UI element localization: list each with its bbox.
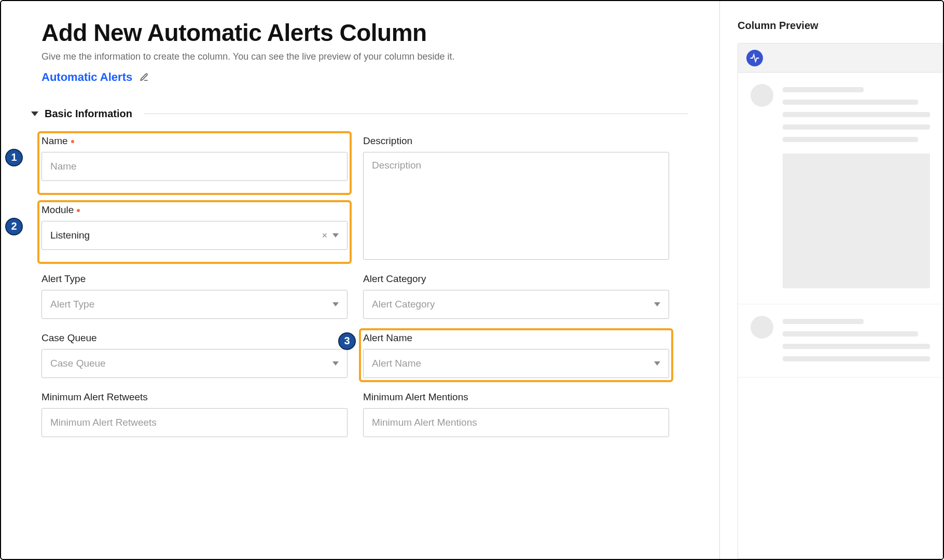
skeleton-line [783,137,918,142]
min-retweets-input[interactable] [41,408,348,437]
alert-name-placeholder: Alert Name [372,358,421,369]
section-header[interactable]: Basic Information [41,108,688,120]
alert-category-select[interactable]: Alert Category [363,290,669,319]
skeleton-avatar [751,316,773,339]
case-queue-placeholder: Case Queue [50,358,106,369]
skeleton-line [783,356,930,361]
preview-title: Column Preview [738,20,943,32]
field-min-retweets: Minimum Alert Retweets [41,391,348,437]
description-label: Description [363,135,669,147]
step-badge-3: 3 [338,332,356,350]
min-mentions-input[interactable] [363,408,669,437]
case-queue-label: Case Queue [41,332,348,344]
description-input[interactable] [363,152,669,260]
alert-type-placeholder: Alert Type [50,299,94,310]
name-label: Name [41,135,348,147]
chevron-down-icon [332,233,339,237]
section-divider [144,114,688,114]
skeleton-line [783,319,864,324]
field-alert-type: Alert Type Alert Type [41,273,348,319]
case-queue-select[interactable]: Case Queue [41,349,348,378]
step-badge-1: 1 [5,149,23,166]
required-dot-icon [77,209,80,212]
alert-type-label: Alert Type [41,273,348,285]
page-root: Add New Automatic Alerts Column Give me … [0,0,944,560]
alert-name-select[interactable]: Alert Name [363,349,669,378]
chevron-down-icon [31,111,38,116]
section-title: Basic Information [45,108,132,120]
breadcrumb-link[interactable]: Automatic Alerts [41,71,132,84]
alert-activity-icon [746,50,763,66]
breadcrumb-row: Automatic Alerts [41,71,688,84]
preview-header [738,44,942,73]
module-value: Listening [50,230,90,241]
module-label: Module [41,204,348,216]
field-name: 1 Name [38,132,351,194]
skeleton-line [783,124,930,130]
name-input[interactable] [41,152,348,181]
field-module: 2 Module Listening × [38,201,351,263]
skeleton-avatar [751,84,773,107]
skeleton-line [783,331,918,337]
alert-type-select[interactable]: Alert Type [41,290,348,319]
main-panel: Add New Automatic Alerts Column Give me … [1,1,720,559]
skeleton-line [783,344,930,349]
field-alert-name: 3 Alert Name Alert Name [360,329,672,381]
clear-icon[interactable]: × [322,231,327,240]
edit-icon[interactable] [140,73,149,82]
chevron-down-icon [332,361,339,366]
alert-category-placeholder: Alert Category [372,299,435,310]
field-alert-category: Alert Category Alert Category [363,273,669,319]
field-case-queue: Case Queue Case Queue [41,332,348,378]
field-description: Description [363,135,669,260]
page-subtitle: Give me the information to create the co… [41,51,688,62]
skeleton-image-placeholder [783,153,930,288]
min-retweets-label: Minimum Alert Retweets [41,391,348,403]
preview-skeleton-item [738,73,942,304]
form-grid: 1 Name Description 2 Module Listening × [41,135,688,451]
chevron-down-icon [654,302,660,306]
preview-card [738,43,943,559]
skeleton-line [783,87,864,92]
skeleton-line [783,112,930,117]
preview-panel: Column Preview [720,1,943,559]
skeleton-line [783,100,918,105]
alert-name-label: Alert Name [363,332,669,344]
step-badge-2: 2 [5,218,23,235]
min-mentions-label: Minimum Alert Mentions [363,391,669,403]
chevron-down-icon [654,361,660,366]
page-title: Add New Automatic Alerts Column [41,20,688,46]
chevron-down-icon [332,302,339,306]
module-select[interactable]: Listening × [41,221,348,250]
preview-skeleton-item [738,304,942,377]
field-min-mentions: Minimum Alert Mentions [363,391,669,437]
required-dot-icon [71,140,74,143]
alert-category-label: Alert Category [363,273,669,285]
